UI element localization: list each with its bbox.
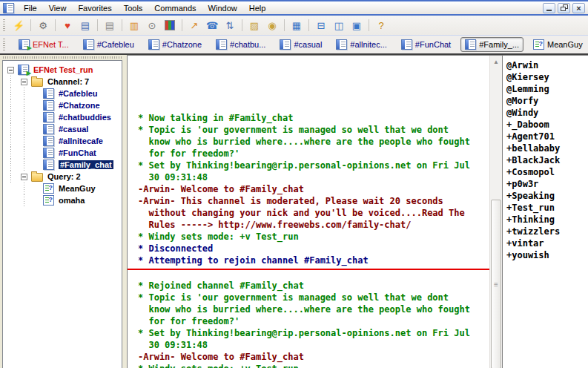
channel-window-icon <box>3 3 14 13</box>
channel-window-icon <box>336 39 347 50</box>
nick-item[interactable]: @Arwin <box>506 59 588 71</box>
nick-item[interactable]: +vintar <box>506 237 588 249</box>
url-list-button[interactable]: ◉ <box>264 18 280 33</box>
tree-item-efnet-test-run[interactable]: ▶EFNet Test_run <box>3 64 122 76</box>
toolbar-separator <box>182 19 182 31</box>
nick-item[interactable]: +youwish <box>506 249 588 261</box>
tab-label: #Chatzone <box>162 40 202 49</box>
tab-funchat[interactable]: #FunChat <box>397 37 455 52</box>
play-icon: ▶ <box>27 70 31 76</box>
scroll-up-icon[interactable]: ▲ <box>490 59 502 65</box>
menu-tools[interactable]: Tools <box>118 2 149 14</box>
chat-line: 30 09:31:48 <box>138 171 489 183</box>
nick-item[interactable]: +BlackJack <box>506 154 588 166</box>
tab-family[interactable]: #Family_... <box>460 37 523 52</box>
menu-favorites[interactable]: Favorites <box>72 2 117 14</box>
nick-item[interactable]: @Kiersey <box>506 71 588 83</box>
tree-item-chatzone[interactable]: #Chatzone <box>3 99 122 111</box>
close-icon <box>576 4 581 13</box>
dcc-get-button[interactable]: ⇅ <box>222 18 238 33</box>
restore-button[interactable] <box>558 3 570 13</box>
tab-cafebleu[interactable]: #Cafebleu <box>79 37 139 52</box>
tree-item-funchat[interactable]: #FunChat <box>3 147 122 159</box>
chat-line: for for freedom?' <box>138 315 489 327</box>
channel-window-icon <box>43 100 54 111</box>
connect-button[interactable]: ⚡ <box>10 18 27 33</box>
nick-item[interactable]: +bellababy <box>506 142 588 154</box>
finger-button[interactable]: ▨ <box>246 18 262 33</box>
tab-chatbu[interactable]: #chatbu... <box>211 37 270 52</box>
colors-button[interactable] <box>162 18 178 33</box>
collapse-toggle[interactable] <box>7 67 14 73</box>
tab-label: #allnitec... <box>350 40 387 49</box>
chat-line: * Windy sets mode: +v Test_run <box>138 231 489 243</box>
cascade-button[interactable]: ▣ <box>348 18 365 33</box>
nick-item[interactable]: +p0w3r <box>506 178 588 190</box>
tab-label: #Cafebleu <box>97 40 134 49</box>
collapse-toggle[interactable] <box>21 79 27 85</box>
treebar-grip[interactable] <box>3 56 122 59</box>
treebar: ▶EFNet Test_runChannel: 7#Cafebleu#Chatz… <box>2 60 122 368</box>
tab-efnet-t[interactable]: ▶EFNet T... <box>14 37 73 52</box>
tree-item-channel-7[interactable]: Channel: 7 <box>3 76 122 88</box>
tree-item-query-2[interactable]: Query: 2 <box>3 171 122 183</box>
toolbar-grip[interactable] <box>3 19 5 31</box>
menu-commands[interactable]: Commands <box>148 2 202 14</box>
nick-item[interactable]: +Speaking <box>506 190 588 202</box>
help-button[interactable]: ? <box>373 18 389 33</box>
collapse-toggle[interactable] <box>21 174 27 180</box>
tile-horizontal-button[interactable]: ⊟ <box>313 18 329 33</box>
script-editor-button[interactable]: ▤ <box>102 18 118 33</box>
tab-label: MeanGuy <box>547 40 583 49</box>
nick-item[interactable]: @Lemming <box>506 83 588 95</box>
nick-item[interactable]: +Agent701 <box>506 131 588 142</box>
channel-window-icon <box>216 39 227 50</box>
nick-item[interactable]: @Morfy <box>506 95 588 107</box>
session-divider <box>128 269 489 270</box>
nick-item[interactable]: +Thinking <box>506 214 588 226</box>
nick-item[interactable]: +_Daboom <box>506 119 588 131</box>
menu-file[interactable]: File <box>18 2 43 14</box>
favorites-icon: ♥ <box>65 21 70 30</box>
tab-allnitec[interactable]: #allnitec... <box>331 37 392 52</box>
tab-chatzone[interactable]: #Chatzone <box>144 37 206 52</box>
scrollbar-thumb[interactable] <box>491 200 501 368</box>
menu-window[interactable]: Window <box>202 2 243 14</box>
tree-item-meanguy[interactable]: MeanGuy <box>3 183 122 194</box>
channel-list-button[interactable]: ▤ <box>77 18 93 33</box>
tree-item-cafebleu[interactable]: #Cafebleu <box>3 88 122 99</box>
tree-item-chatbuddies[interactable]: #chatbuddies <box>3 111 122 123</box>
nick-item[interactable]: +Test_run <box>506 202 588 214</box>
dcc-chat-icon: ☎ <box>206 21 218 30</box>
favorites-button[interactable]: ♥ <box>59 18 76 33</box>
menu-help[interactable]: Help <box>243 2 272 14</box>
query-window-icon <box>43 195 54 206</box>
address-book-button[interactable]: ▥ <box>126 18 142 33</box>
close-button[interactable] <box>572 3 585 13</box>
options-button[interactable]: ⚙ <box>35 18 51 33</box>
chat-scrollbar[interactable]: ▲ <box>489 56 502 368</box>
tab-meanguy[interactable]: MeanGuy <box>529 37 587 52</box>
menu-view[interactable]: View <box>43 2 73 14</box>
server-window-button[interactable]: ▦ <box>288 18 305 33</box>
chat-line: -Arwin- This channel is moderated, Pleas… <box>138 195 489 207</box>
nick-item[interactable]: +Cosmopol <box>506 166 588 178</box>
dcc-send-button[interactable]: ↗ <box>186 18 202 33</box>
channel-window-icon <box>43 124 54 134</box>
tile-vertical-button[interactable]: ◫ <box>331 18 347 33</box>
timer-icon: ⊙ <box>148 21 156 30</box>
minimize-button[interactable] <box>543 3 555 13</box>
switchbar-grip[interactable] <box>3 39 5 50</box>
switchbar: ▶EFNet T...#Cafebleu#Chatzone#chatbu...#… <box>0 36 588 53</box>
nick-item[interactable]: @Windy <box>506 107 588 119</box>
timer-button[interactable]: ⊙ <box>144 18 160 33</box>
chat-line: for for freedom?' <box>138 148 489 160</box>
tab-casual[interactable]: #casual <box>275 37 326 52</box>
tree-item-family-chat[interactable]: #Family_chat <box>3 159 122 171</box>
nick-item[interactable]: +twizzlers <box>506 226 588 237</box>
tree-item-allnitecafe[interactable]: #allnitecafe <box>3 135 122 147</box>
dcc-chat-button[interactable]: ☎ <box>204 18 220 33</box>
tree-item-omaha[interactable]: omaha <box>3 194 122 206</box>
folder-icon <box>31 173 43 182</box>
tree-item-casual[interactable]: #casual <box>3 123 122 135</box>
